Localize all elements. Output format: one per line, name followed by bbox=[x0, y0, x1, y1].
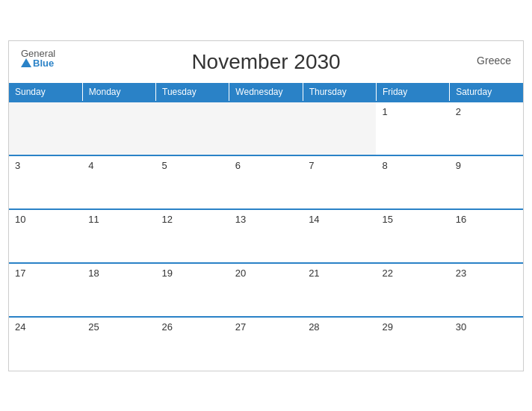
day-number: 22 bbox=[382, 268, 392, 279]
calendar-header: General Blue November 2030 Greece bbox=[9, 41, 523, 83]
weekday-header-saturday: Saturday bbox=[450, 83, 523, 102]
day-number: 18 bbox=[88, 268, 99, 279]
calendar-cell: 28 bbox=[303, 317, 376, 371]
calendar-cell: 22 bbox=[376, 263, 449, 317]
day-number: 23 bbox=[456, 268, 466, 279]
week-row-1: 12 bbox=[9, 102, 523, 155]
country-label: Greece bbox=[477, 55, 511, 67]
day-number: 13 bbox=[235, 214, 246, 225]
week-row-3: 10111213141516 bbox=[9, 209, 523, 263]
calendar-cell bbox=[82, 102, 155, 155]
day-number: 25 bbox=[88, 321, 99, 333]
calendar-cell: 30 bbox=[450, 317, 523, 371]
calendar-cell: 9 bbox=[450, 155, 523, 209]
day-number: 9 bbox=[456, 160, 461, 171]
calendar-cell: 29 bbox=[376, 317, 449, 371]
calendar-cell: 6 bbox=[229, 155, 303, 209]
logo: General Blue bbox=[21, 49, 55, 68]
day-number: 10 bbox=[15, 214, 25, 225]
weekday-header-friday: Friday bbox=[376, 83, 449, 102]
day-number: 2 bbox=[456, 106, 461, 117]
calendar-cell: 17 bbox=[9, 263, 82, 317]
day-number: 12 bbox=[162, 214, 173, 225]
calendar-title: November 2030 bbox=[191, 50, 340, 74]
day-number: 28 bbox=[309, 321, 319, 333]
day-number: 20 bbox=[235, 268, 246, 279]
weekday-header-monday: Monday bbox=[82, 83, 155, 102]
calendar-cell: 2 bbox=[450, 102, 523, 155]
weekday-header-thursday: Thursday bbox=[303, 83, 376, 102]
day-number: 6 bbox=[235, 160, 241, 171]
day-number: 15 bbox=[382, 214, 392, 225]
calendar-cell: 10 bbox=[9, 209, 82, 263]
week-row-4: 17181920212223 bbox=[9, 263, 523, 317]
calendar-cell: 25 bbox=[82, 317, 155, 371]
day-number: 11 bbox=[88, 214, 99, 225]
week-row-5: 24252627282930 bbox=[9, 317, 523, 371]
logo-general-text: General bbox=[21, 49, 55, 58]
day-number: 29 bbox=[382, 321, 392, 333]
day-number: 8 bbox=[382, 160, 387, 171]
weekday-header-sunday: Sunday bbox=[9, 83, 82, 102]
calendar-cell: 19 bbox=[156, 263, 229, 317]
day-number: 17 bbox=[15, 268, 25, 279]
calendar-cell: 15 bbox=[376, 209, 449, 263]
day-number: 14 bbox=[309, 214, 319, 225]
day-number: 1 bbox=[382, 106, 387, 117]
calendar-cell: 27 bbox=[229, 317, 303, 371]
weekday-header-row: SundayMondayTuesdayWednesdayThursdayFrid… bbox=[9, 83, 523, 102]
day-number: 3 bbox=[15, 160, 20, 171]
calendar-cell: 16 bbox=[450, 209, 523, 263]
calendar-cell: 3 bbox=[9, 155, 82, 209]
logo-blue-text: Blue bbox=[21, 58, 55, 68]
calendar-cell: 11 bbox=[82, 209, 155, 263]
calendar-cell: 18 bbox=[82, 263, 155, 317]
day-number: 26 bbox=[162, 321, 173, 333]
day-number: 27 bbox=[235, 321, 246, 333]
calendar-cell: 5 bbox=[156, 155, 229, 209]
week-row-2: 3456789 bbox=[9, 155, 523, 209]
calendar-cell bbox=[229, 102, 303, 155]
calendar-grid: SundayMondayTuesdayWednesdayThursdayFrid… bbox=[9, 83, 523, 371]
day-number: 21 bbox=[309, 268, 319, 279]
calendar-cell: 12 bbox=[156, 209, 229, 263]
calendar-cell: 8 bbox=[376, 155, 449, 209]
calendar-cell: 4 bbox=[82, 155, 155, 209]
calendar-cell: 21 bbox=[303, 263, 376, 317]
day-number: 7 bbox=[309, 160, 314, 171]
calendar-cell: 7 bbox=[303, 155, 376, 209]
calendar-cell: 24 bbox=[9, 317, 82, 371]
calendar-cell bbox=[156, 102, 229, 155]
calendar-cell: 26 bbox=[156, 317, 229, 371]
day-number: 24 bbox=[15, 321, 25, 333]
day-number: 19 bbox=[162, 268, 173, 279]
calendar-cell: 14 bbox=[303, 209, 376, 263]
calendar-container: General Blue November 2030 Greece Sunday… bbox=[8, 40, 524, 371]
day-number: 30 bbox=[456, 321, 466, 333]
calendar-cell: 23 bbox=[450, 263, 523, 317]
calendar-cell: 20 bbox=[229, 263, 303, 317]
day-number: 16 bbox=[456, 214, 466, 225]
weekday-header-wednesday: Wednesday bbox=[229, 83, 303, 102]
logo-triangle-icon bbox=[21, 58, 31, 67]
calendar-cell: 1 bbox=[376, 102, 449, 155]
day-number: 4 bbox=[88, 160, 93, 171]
calendar-cell bbox=[9, 102, 82, 155]
calendar-cell: 13 bbox=[229, 209, 303, 263]
weekday-header-tuesday: Tuesday bbox=[156, 83, 229, 102]
day-number: 5 bbox=[162, 160, 167, 171]
calendar-cell bbox=[303, 102, 376, 155]
